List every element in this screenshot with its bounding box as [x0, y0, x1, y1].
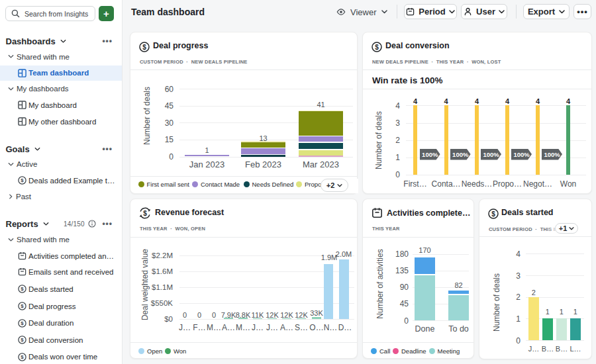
svg-text:$: $ — [21, 286, 24, 292]
svg-text:$: $ — [143, 210, 147, 217]
svg-text:$: $ — [21, 320, 24, 326]
svg-text:$: $ — [491, 210, 495, 218]
svg-text:$: $ — [21, 337, 24, 343]
svg-text:$: $ — [21, 177, 24, 183]
svg-text:$: $ — [375, 44, 379, 51]
svg-text:$: $ — [21, 354, 24, 360]
svg-text:$: $ — [21, 303, 24, 309]
svg-text:$: $ — [142, 44, 146, 51]
